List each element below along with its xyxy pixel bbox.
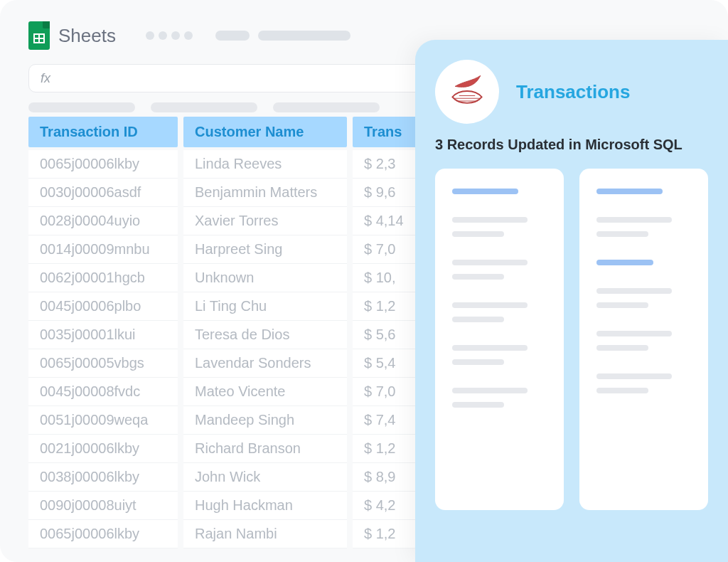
cell-transaction-id[interactable]: 0090j00008uiyt xyxy=(28,492,178,520)
cell-transaction-id[interactable]: 0065j00006lkby xyxy=(28,150,178,179)
cell-customer-name[interactable]: Harpreet Sing xyxy=(183,235,347,264)
cell-customer-name[interactable]: Unknown xyxy=(183,264,347,292)
toolbar-placeholder xyxy=(258,31,350,41)
cell-customer-name[interactable]: Richard Branson xyxy=(183,435,347,463)
cell-customer-name[interactable]: Li Ting Chu xyxy=(183,292,347,321)
cell-transaction-id[interactable]: 0030j00006asdf xyxy=(28,179,178,207)
column-header-customer-name[interactable]: Customer Name xyxy=(183,117,347,147)
cell-customer-name[interactable]: Teresa de Dios xyxy=(183,321,347,349)
placeholder-line xyxy=(452,189,518,194)
cell-transaction-id[interactable]: 0065j00006lkby xyxy=(28,520,178,548)
cell-transaction-id[interactable]: 0062j00001hgcb xyxy=(28,264,178,292)
cell-customer-name[interactable]: Mateo Vicente xyxy=(183,378,347,406)
cell-transaction-id[interactable]: 0021j00006lkby xyxy=(28,435,178,463)
toolbar-placeholder xyxy=(215,31,250,41)
cell-transaction-id[interactable]: 0051j00009weqa xyxy=(28,406,178,435)
cell-customer-name[interactable]: Xavier Torres xyxy=(183,207,347,235)
record-cards xyxy=(435,169,708,510)
cell-customer-name[interactable]: John Wick xyxy=(183,463,347,492)
cell-transaction-id[interactable]: 0035j00001lkui xyxy=(28,321,178,349)
cell-transaction-id[interactable]: 0065j00005vbgs xyxy=(28,349,178,378)
cell-customer-name[interactable]: Hugh Hackman xyxy=(183,492,347,520)
cell-customer-name[interactable]: Rajan Nambi xyxy=(183,520,347,548)
cell-customer-name[interactable]: Mandeep Singh xyxy=(183,406,347,435)
cell-transaction-id[interactable]: 0038j00006lkby xyxy=(28,463,178,492)
cell-transaction-id[interactable]: 0014j00009mnbu xyxy=(28,235,178,264)
cell-customer-name[interactable]: Linda Reeves xyxy=(183,150,347,179)
cell-customer-name[interactable]: Benjammin Matters xyxy=(183,179,347,207)
cell-transaction-id[interactable]: 0028j00004uyio xyxy=(28,207,178,235)
record-card xyxy=(579,169,708,510)
panel-title: Transactions xyxy=(516,81,630,103)
record-card xyxy=(435,169,564,510)
placeholder-line xyxy=(596,189,663,194)
column-header-transaction-id[interactable]: Transaction ID xyxy=(28,117,178,147)
panel-status-text: 3 Records Updated in Microsoft SQL xyxy=(435,137,708,153)
cell-customer-name[interactable]: Lavendar Sonders xyxy=(183,349,347,378)
app-title: Sheets xyxy=(58,25,116,47)
cell-transaction-id[interactable]: 0045j00008fvdc xyxy=(28,378,178,406)
fx-label: fx xyxy=(41,71,50,86)
transactions-panel: Transactions 3 Records Updated in Micros… xyxy=(415,40,728,562)
microsoft-sql-server-icon xyxy=(435,60,499,124)
placeholder-line xyxy=(596,260,653,265)
cell-transaction-id[interactable]: 0045j00006plbo xyxy=(28,292,178,321)
toolbar-dots-placeholder xyxy=(146,31,193,40)
google-sheets-icon xyxy=(28,21,50,50)
app-canvas: Sheets fx Transaction ID Customer Name T… xyxy=(0,0,728,562)
